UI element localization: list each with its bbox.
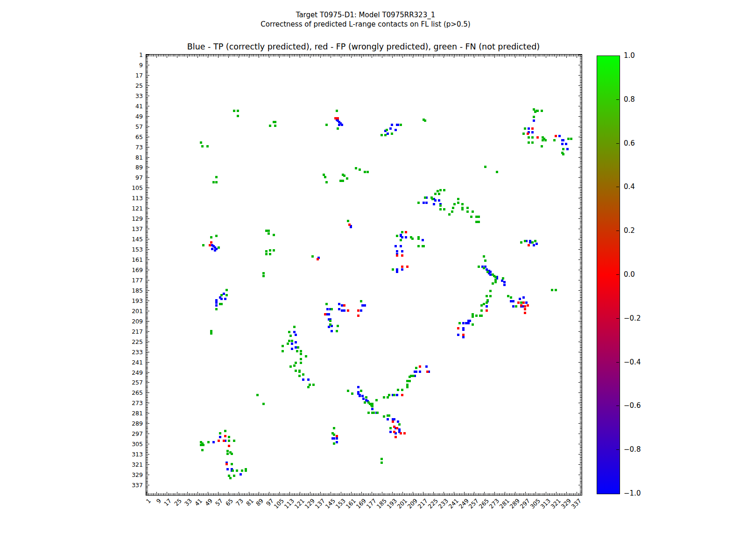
contact-point-tp [341,309,343,312]
colorbar [597,56,620,494]
contact-point-fn [202,444,204,446]
contact-point-fn [437,190,439,192]
colorbar-tick-label: 0.0 [624,270,635,279]
contact-point-fn [226,453,229,455]
contact-point-tp [328,326,330,328]
contact-point-fn [307,386,310,388]
contact-point-fn [287,343,289,345]
contact-point-fn [269,249,271,252]
contact-point-tp [489,273,492,276]
contact-point-fn [311,255,314,258]
contact-point-tp [226,468,229,470]
contact-point-fn [391,133,393,135]
contact-point-fp [524,312,526,314]
contact-point-fn [228,440,230,442]
contact-point-tp [528,127,530,130]
contact-point-tp [212,441,215,443]
contact-point-tp [326,308,329,310]
contact-point-fp [517,301,520,304]
contact-point-tp [503,284,506,286]
contact-point-fn [424,196,426,199]
contact-point-fn [268,230,270,232]
contact-point-fn [212,181,215,183]
contact-point-tp [510,300,512,302]
contact-point-fn [507,295,509,297]
contact-point-tp [387,418,389,420]
contact-point-fn [237,115,239,117]
contact-point-tp [215,301,218,304]
contact-point-fn [305,355,307,357]
contact-point-tp [501,280,503,282]
y-tick-label: 217 [110,328,143,336]
contact-point-fn [383,396,385,399]
contact-point-fn [269,125,271,127]
contact-point-fp [406,266,409,268]
contact-point-fn [494,281,497,283]
contact-point-fn [389,427,392,429]
contact-point-fn [381,134,383,136]
contact-point-fn [384,134,387,136]
contact-point-fn [486,271,489,273]
contact-point-fn [215,181,218,183]
contact-point-fn [502,277,504,280]
contact-point-fn [376,412,379,414]
contact-point-fn [542,139,544,141]
contact-point-fp [337,117,339,119]
contact-point-fn [297,346,299,349]
contact-point-fn [400,124,402,126]
contact-point-tp [336,441,338,443]
contact-point-fn [215,176,218,178]
contact-point-fn [206,145,209,147]
contact-point-fn [472,315,474,318]
contact-point-fn [461,203,464,205]
contact-point-fp [357,315,359,317]
contact-point-fn [364,401,366,404]
contact-point-fp [396,254,398,257]
contact-point-fn [215,308,218,310]
contact-point-fp [400,432,402,434]
colorbar-tick [616,143,619,144]
contact-point-fn [472,323,474,326]
contact-point-fn [381,462,383,464]
y-tick-label: 225 [110,338,143,346]
contact-point-fn [396,235,398,237]
y-tick-label: 321 [110,461,143,469]
contact-point-fn [472,313,474,315]
contact-point-fn [295,362,297,364]
contact-point-fn [531,141,534,144]
contact-point-fn [226,450,229,452]
contact-point-tp [396,394,398,396]
plot-area[interactable] [146,54,582,496]
contact-point-fn [480,304,483,307]
x-tick-label: 33 [183,497,193,507]
y-tick-label: 329 [110,471,143,479]
contact-point-fn [207,441,210,443]
contact-point-fn [528,136,530,139]
contact-point-fn [371,405,374,407]
contact-point-fn [220,294,223,296]
contact-point-fn [302,373,304,376]
contact-point-tp [291,348,293,350]
contact-point-fn [520,301,522,304]
y-tick-label: 265 [110,389,143,397]
contact-point-fp [405,231,407,233]
contact-point-fn [470,216,472,218]
contact-point-fp [393,426,395,428]
x-tick-label: 49 [204,497,213,507]
contact-point-tp [405,236,407,238]
contact-point-tp [396,271,398,273]
contact-point-fp [226,463,228,465]
contact-point-tp [293,331,296,333]
contact-point-fn [480,309,483,312]
contact-point-fn [219,432,221,434]
contact-point-tp [295,334,297,336]
contact-point-fn [387,396,389,399]
contact-point-fn [333,427,335,429]
y-tick-label: 161 [110,256,143,264]
contact-point-fn [486,299,489,301]
y-tick-label: 281 [110,410,143,417]
figure-title-line1: Target T0975-D1: Model T0975RR323_1 [0,10,731,20]
contact-point-fn [383,415,385,418]
contact-point-tp [422,239,424,241]
contact-point-tp [425,202,428,204]
